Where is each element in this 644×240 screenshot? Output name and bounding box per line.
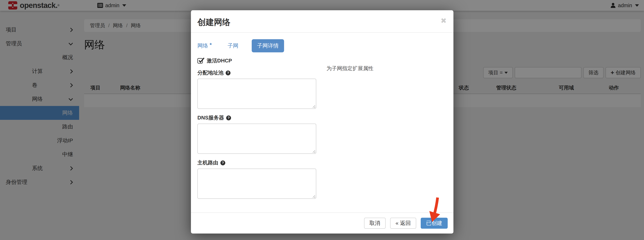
help-question-icon[interactable]: [220, 160, 225, 165]
modal-help-column: 为子网指定扩展属性: [316, 58, 447, 199]
tab-subnet-details-active[interactable]: 子网详情: [252, 39, 284, 52]
allocation-pools-label: 分配地址池: [198, 69, 224, 77]
cancel-button[interactable]: 取消: [364, 218, 386, 229]
back-button[interactable]: « 返回: [390, 218, 416, 229]
allocation-pools-textarea[interactable]: [198, 79, 316, 109]
tab-subnet[interactable]: 子网: [228, 42, 238, 50]
modal-header: 创建网络 ✖: [191, 10, 454, 33]
check-mark-icon: [198, 57, 205, 64]
required-marker: *: [210, 42, 212, 48]
modal-tabs: 网络 * 子网 子网详情: [198, 39, 447, 52]
dns-servers-label: DNS服务器: [198, 114, 224, 121]
help-question-icon[interactable]: [226, 116, 231, 120]
modal-body: 网络 * 子网 子网详情 激活DHCP 分配地址池: [191, 33, 454, 205]
enable-dhcp-label: 激活DHCP: [207, 57, 232, 64]
modal-footer: 取消 « 返回 已创建: [191, 212, 454, 233]
host-routes-label: 主机路由: [198, 159, 218, 166]
tab-network[interactable]: 网络: [198, 42, 208, 50]
modal-form-column: 激活DHCP 分配地址池 DNS服务器: [198, 58, 316, 199]
submit-created-button[interactable]: 已创建: [421, 218, 448, 229]
host-routes-textarea[interactable]: [198, 169, 316, 199]
side-note: 为子网指定扩展属性: [326, 66, 374, 71]
enable-dhcp-checkbox[interactable]: [198, 58, 203, 64]
modal-title: 创建网络: [198, 17, 447, 28]
create-network-modal: 创建网络 ✖ 网络 * 子网 子网详情 激活DHCP: [191, 10, 454, 233]
help-question-icon[interactable]: [226, 71, 230, 75]
dns-servers-textarea[interactable]: [198, 124, 316, 154]
close-icon[interactable]: ✖: [440, 17, 446, 24]
